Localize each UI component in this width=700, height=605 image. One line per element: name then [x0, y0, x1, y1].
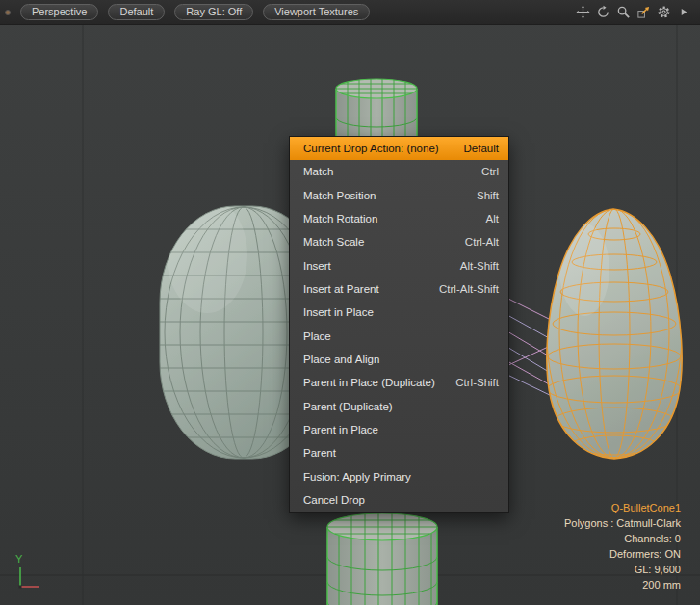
selected-item-name: Q-BulletCone1: [564, 500, 681, 515]
menu-item-shortcut: Ctrl-Alt-Shift: [439, 283, 499, 295]
viewport-options-arrow-icon[interactable]: [676, 4, 692, 20]
menu-item-shortcut: Ctrl-Shift: [455, 377, 499, 388]
menu-item-label: Place and Align: [303, 354, 379, 365]
menu-item-shortcut: Ctrl-Alt: [465, 236, 499, 248]
menu-item-label: Place: [303, 330, 331, 342]
menu-item-label: Match Rotation: [303, 213, 377, 224]
zoom-icon[interactable]: [615, 4, 632, 20]
menu-item-shortcut: Default: [464, 143, 499, 154]
info-deformers: Deformers: ON: [564, 546, 681, 562]
menu-item-parent-in-place-duplicate[interactable]: Parent in Place (Duplicate) Ctrl-Shift: [290, 371, 508, 394]
viewport-info-readout: Q-BulletCone1 Polygons : Catmull-Clark C…: [564, 500, 681, 592]
viewport-icon-group: [575, 4, 692, 20]
menu-item-fusion-apply-primary[interactable]: Fusion: Apply Primary: [290, 464, 508, 487]
menu-item-label: Parent in Place (Duplicate): [303, 377, 435, 388]
ray-gl-button[interactable]: Ray GL: Off: [174, 4, 253, 20]
rotate-view-icon[interactable]: [595, 4, 611, 20]
axis-gizmo-lines: [13, 566, 46, 592]
info-grid-size: 200 mm: [564, 577, 681, 592]
pan-icon[interactable]: [575, 4, 591, 20]
axis-y-label: Y: [15, 553, 22, 565]
viewport-mode-button[interactable]: Perspective: [20, 4, 98, 20]
shading-style-button[interactable]: Default: [108, 4, 165, 20]
drop-action-menu: Current Drop Action: (none) Default Matc…: [289, 136, 509, 513]
gear-icon[interactable]: [656, 4, 672, 20]
menu-item-place[interactable]: Place: [290, 325, 508, 348]
menu-item-shortcut: Ctrl: [481, 166, 499, 177]
menu-item-label: Parent: [303, 447, 336, 459]
mesh-cylinder-bottom[interactable]: [327, 513, 437, 605]
menu-item-current-drop-action[interactable]: Current Drop Action: (none) Default: [290, 137, 508, 160]
info-channels: Channels: 0: [564, 531, 681, 546]
menu-item-match-scale[interactable]: Match Scale Ctrl-Alt: [290, 230, 508, 253]
menu-item-label: Match: [303, 166, 333, 177]
menu-item-cancel-drop[interactable]: Cancel Drop: [290, 488, 508, 512]
menu-item-shortcut: Shift: [477, 190, 499, 201]
menu-item-label: Cancel Drop: [303, 494, 365, 506]
menu-item-parent-duplicate[interactable]: Parent (Duplicate): [290, 394, 508, 417]
menu-item-label: Insert at Parent: [303, 283, 379, 295]
menu-item-match[interactable]: Match Ctrl: [290, 160, 508, 183]
info-polygons: Polygons : Catmull-Clark: [564, 515, 681, 531]
menu-item-match-position[interactable]: Match Position Shift: [290, 184, 508, 207]
menu-item-label: Insert: [303, 260, 331, 272]
info-gl-count: GL: 9,600: [564, 562, 681, 577]
menu-item-label: Parent in Place: [303, 424, 378, 435]
menu-item-label: Parent (Duplicate): [303, 401, 393, 412]
menu-item-match-rotation[interactable]: Match Rotation Alt: [290, 207, 508, 230]
menu-item-parent[interactable]: Parent: [290, 441, 508, 464]
menu-item-label: Insert in Place: [303, 306, 374, 318]
viewport-thumb-dot[interactable]: [5, 10, 11, 15]
menu-item-shortcut: Alt-Shift: [460, 260, 499, 272]
menu-item-insert-at-parent[interactable]: Insert at Parent Ctrl-Alt-Shift: [290, 277, 508, 301]
menu-item-label: Current Drop Action: (none): [303, 143, 439, 154]
menu-item-insert[interactable]: Insert Alt-Shift: [290, 254, 508, 277]
menu-item-insert-in-place[interactable]: Insert in Place: [290, 301, 508, 324]
menu-item-label: Match Scale: [303, 236, 364, 248]
maximize-viewport-icon[interactable]: [635, 4, 652, 20]
viewport-window: Perspective Default Ray GL: Off Viewport…: [0, 0, 700, 605]
menu-item-shortcut: Alt: [486, 213, 499, 224]
viewport-textures-button[interactable]: Viewport Textures: [263, 4, 370, 20]
viewport-toolbar: Perspective Default Ray GL: Off Viewport…: [0, 0, 700, 25]
menu-item-place-and-align[interactable]: Place and Align: [290, 348, 508, 371]
menu-item-label: Match Position: [303, 190, 376, 201]
menu-item-parent-in-place[interactable]: Parent in Place: [290, 418, 508, 441]
menu-item-label: Fusion: Apply Primary: [303, 471, 411, 483]
axis-gizmo: Y: [13, 553, 52, 595]
